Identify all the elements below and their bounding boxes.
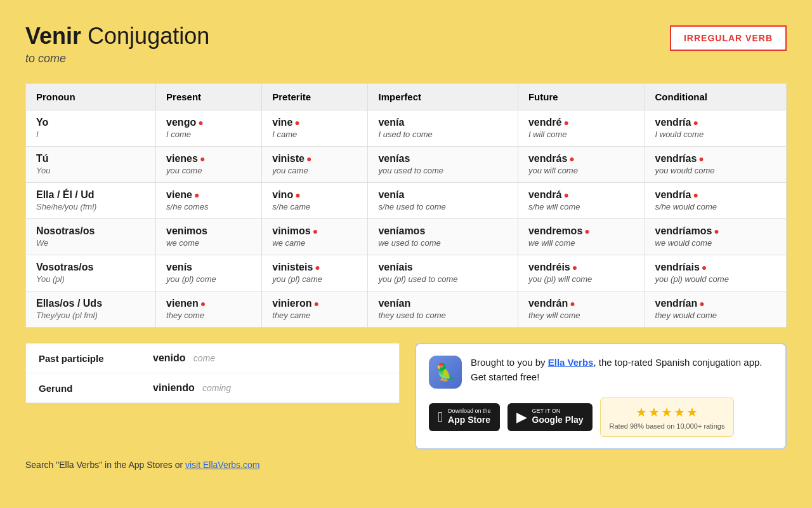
app-store-button[interactable]:  Download on the App Store [429, 403, 500, 431]
col-conditional: Conditional [645, 84, 786, 110]
present-cell: vienes●you come [156, 147, 262, 183]
conditional-cell: vendría●I would come [645, 110, 786, 147]
preterite-cell: vinieron●they came [262, 291, 368, 328]
imperfect-cell: veníanthey used to come [368, 291, 518, 328]
present-cell: viene●s/he comes [156, 183, 262, 219]
pronoun-cell: Ella / Él / UdShe/he/you (fml) [26, 183, 156, 219]
rating-box: ★★★★★ Rated 98% based on 10,000+ ratings [600, 398, 735, 437]
conditional-cell: vendrían●they would come [645, 291, 786, 328]
rating-text: Rated 98% based on 10,000+ ratings [610, 422, 725, 430]
future-cell: vendréis●you (pl) will come [518, 255, 645, 291]
irregular-badge: IRREGULAR VERB [670, 25, 787, 51]
col-future: Future [518, 84, 645, 110]
col-preterite: Preterite [262, 84, 368, 110]
conditional-cell: vendríamos●we would come [645, 219, 786, 255]
footer-search-text: Search "Ella Verbs" in the App Stores or… [25, 460, 787, 470]
preterite-cell: vinimos●we came [262, 219, 368, 255]
col-present: Present [156, 84, 262, 110]
present-cell: venísyou (pl) come [156, 255, 262, 291]
table-row: TúYouvienes●you comeviniste●you camevení… [26, 147, 787, 183]
promo-buttons:  Download on the App Store ▶ GET IT ON … [429, 398, 773, 437]
apple-icon:  [438, 409, 443, 425]
page-subtitle: to come [25, 52, 209, 65]
present-cell: vienen●they come [156, 291, 262, 328]
table-row: Nosotras/osWevenimoswe comevinimos●we ca… [26, 219, 787, 255]
future-cell: vendremos●we will come [518, 219, 645, 255]
imperfect-cell: veníamoswe used to come [368, 219, 518, 255]
pronoun-cell: Vosotras/osYou (pl) [26, 255, 156, 291]
page-title: Venir Conjugation [25, 23, 209, 50]
ella-verbs-link[interactable]: Ella Verbs [548, 357, 594, 368]
past-participle-label: Past participle [26, 344, 140, 373]
past-participle-value: venido come [140, 344, 399, 373]
gerund-value: viniendo coming [140, 373, 399, 403]
google-play-button[interactable]: ▶ GET IT ON Google Play [508, 403, 593, 431]
conditional-cell: vendría●s/he would come [645, 183, 786, 219]
preterite-cell: viniste●you came [262, 147, 368, 183]
gerund-label: Gerund [26, 373, 140, 403]
star-rating: ★★★★★ [610, 404, 725, 420]
table-row: Vosotras/osYou (pl)venísyou (pl) comevin… [26, 255, 787, 291]
promo-description: Brought to you by Ella Verbs, the top-ra… [471, 356, 773, 384]
imperfect-cell: veníaisyou (pl) used to come [368, 255, 518, 291]
table-row: YoIvengo●I comevine●I cameveníaI used to… [26, 110, 787, 147]
pronoun-cell: YoI [26, 110, 156, 147]
promo-top: 🦜 Brought to you by Ella Verbs, the top-… [429, 356, 773, 389]
title-block: Venir Conjugation to come [25, 23, 209, 65]
imperfect-cell: veníaI used to come [368, 110, 518, 147]
conjugation-table: Pronoun Present Preterite Imperfect Futu… [25, 83, 787, 328]
ella-verbs-icon: 🦜 [429, 356, 462, 389]
pronoun-cell: Nosotras/osWe [26, 219, 156, 255]
page-header: Venir Conjugation to come IRREGULAR VERB [25, 23, 787, 65]
play-icon: ▶ [516, 409, 527, 425]
col-imperfect: Imperfect [368, 84, 518, 110]
preterite-cell: vine●I came [262, 110, 368, 147]
present-cell: vengo●I come [156, 110, 262, 147]
present-cell: venimoswe come [156, 219, 262, 255]
gerund-row: Gerund viniendo coming [26, 373, 399, 403]
future-cell: vendrán●they will come [518, 291, 645, 328]
conditional-cell: vendrías●you would come [645, 147, 786, 183]
participle-table: Past participle venido come Gerund vinie… [25, 343, 400, 403]
preterite-cell: vinisteis●you (pl) came [262, 255, 368, 291]
promo-box: 🦜 Brought to you by Ella Verbs, the top-… [415, 343, 787, 450]
imperfect-cell: veníasyou used to come [368, 147, 518, 183]
pronoun-cell: TúYou [26, 147, 156, 183]
table-row: Ella / Él / UdShe/he/you (fml)viene●s/he… [26, 183, 787, 219]
past-participle-row: Past participle venido come [26, 344, 399, 373]
future-cell: vendré●I will come [518, 110, 645, 147]
table-row: Ellas/os / UdsThey/you (pl fml)vienen●th… [26, 291, 787, 328]
future-cell: vendrás●you will come [518, 147, 645, 183]
ella-verbs-website-link[interactable]: visit EllaVerbs.com [185, 460, 259, 470]
pronoun-cell: Ellas/os / UdsThey/you (pl fml) [26, 291, 156, 328]
imperfect-cell: venías/he used to come [368, 183, 518, 219]
future-cell: vendrá●s/he will come [518, 183, 645, 219]
bottom-section: Past participle venido come Gerund vinie… [25, 343, 787, 450]
conditional-cell: vendríais●you (pl) would come [645, 255, 786, 291]
preterite-cell: vino●s/he came [262, 183, 368, 219]
col-pronoun: Pronoun [26, 84, 156, 110]
